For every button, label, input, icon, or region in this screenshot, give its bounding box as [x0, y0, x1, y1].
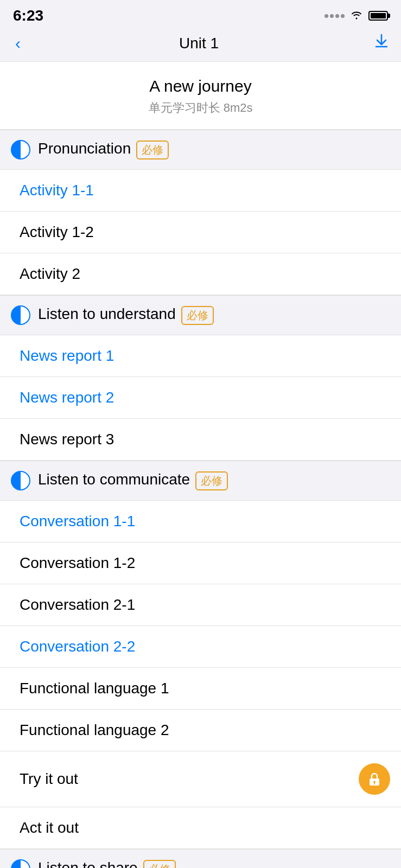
page-header: A new journey 单元学习时长 8m2s [0, 62, 401, 130]
list-item[interactable]: Conversation 2-2 [0, 626, 401, 668]
svg-point-1 [373, 781, 375, 783]
wifi-icon [350, 10, 363, 22]
item-label: News report 2 [20, 389, 114, 406]
section-listen-share: Listen to share必修 [0, 849, 401, 868]
status-bar: 6:23 [0, 0, 401, 29]
badge-pronunciation: 必修 [136, 141, 169, 159]
list-item[interactable]: Act it out [0, 807, 401, 849]
lock-badge [359, 763, 390, 795]
item-label: News report 1 [20, 347, 114, 365]
list-item-try-it-out[interactable]: Try it out [0, 751, 401, 807]
section-listen-understand: Listen to understand必修 [0, 295, 401, 335]
item-label: Act it out [20, 819, 79, 837]
section-icon-listen-understand [11, 305, 30, 325]
list-item[interactable]: Functional language 2 [0, 710, 401, 751]
list-item[interactable]: Functional language 1 [0, 668, 401, 710]
lock-icon [366, 771, 383, 787]
section-title-listen-understand: Listen to understand必修 [38, 305, 214, 325]
back-button[interactable]: ‹ [11, 32, 25, 55]
section-pronunciation: Pronunciation必修 [0, 130, 401, 170]
section-title-listen-share: Listen to share必修 [38, 859, 176, 868]
page-subtitle: 单元学习时长 8m2s [11, 100, 390, 116]
signal-icon [324, 14, 345, 18]
badge-listen-understand: 必修 [181, 306, 214, 325]
list-item[interactable]: Conversation 1-2 [0, 542, 401, 584]
battery-icon [368, 11, 388, 21]
section-title-pronunciation: Pronunciation必修 [38, 140, 169, 159]
section-icon-pronunciation [11, 140, 30, 159]
list-item[interactable]: News report 1 [0, 335, 401, 377]
nav-title: Unit 1 [179, 35, 219, 52]
list-item[interactable]: News report 3 [0, 419, 401, 461]
item-label: Activity 2 [20, 265, 80, 283]
list-item[interactable]: Activity 1-1 [0, 170, 401, 212]
section-title-listen-communicate: Listen to communicate必修 [38, 471, 228, 490]
nav-bar: ‹ Unit 1 [0, 29, 401, 62]
list-item[interactable]: Conversation 1-1 [0, 501, 401, 542]
download-button[interactable] [373, 33, 390, 54]
section-icon-listen-communicate [11, 471, 30, 490]
item-label: Functional language 1 [20, 680, 169, 697]
list-item[interactable]: Conversation 2-1 [0, 584, 401, 626]
list-item[interactable]: Activity 1-2 [0, 212, 401, 253]
badge-listen-communicate: 必修 [195, 471, 228, 490]
list-item[interactable]: News report 2 [0, 377, 401, 419]
item-label: Activity 1-2 [20, 224, 94, 241]
status-icons [324, 10, 388, 22]
page-title: A new journey [11, 77, 390, 95]
list-item[interactable]: Activity 2 [0, 253, 401, 295]
badge-listen-share: 必修 [143, 860, 176, 868]
item-label: Functional language 2 [20, 722, 169, 739]
section-icon-listen-share [11, 859, 30, 868]
item-label: Try it out [20, 770, 78, 788]
item-label: Activity 1-1 [20, 182, 94, 199]
item-label: Conversation 1-2 [20, 554, 135, 572]
status-time: 6:23 [13, 7, 43, 24]
item-label: News report 3 [20, 431, 114, 448]
item-label: Conversation 2-2 [20, 638, 135, 655]
section-listen-communicate: Listen to communicate必修 [0, 461, 401, 501]
item-label: Conversation 1-1 [20, 513, 135, 530]
item-label: Conversation 2-1 [20, 596, 135, 614]
